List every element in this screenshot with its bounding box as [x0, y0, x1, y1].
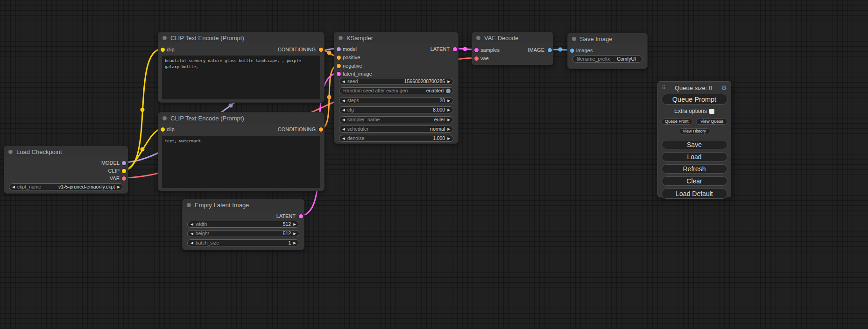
prompt-textarea[interactable]: beautiful scenery nature glass bottle la… — [162, 56, 320, 99]
toggle-knob-icon[interactable] — [446, 89, 451, 93]
increment-arrow-icon[interactable]: ▶ — [447, 137, 450, 140]
collapse-dot-icon[interactable] — [476, 36, 480, 40]
collapse-dot-icon[interactable] — [8, 150, 13, 154]
output-dot-model[interactable] — [122, 161, 126, 165]
input-dot-clip[interactable] — [161, 127, 165, 132]
node-title-bar[interactable]: Save Image — [568, 33, 647, 44]
output-dot-latent[interactable] — [453, 47, 457, 51]
queue-front-button[interactable]: Queue Front — [661, 119, 692, 125]
clear-button[interactable]: Clear — [662, 176, 727, 186]
extra-options-label: Extra options — [674, 108, 707, 114]
node-vae-decode[interactable]: VAE Decode samples IMAGE vae — [472, 32, 553, 65]
output-dot-image[interactable] — [548, 48, 552, 52]
node-title: CLIP Text Encode (Prompt) — [170, 115, 244, 122]
decrement-arrow-icon[interactable]: ◀ — [342, 80, 345, 84]
node-clip-text-encode-positive[interactable]: CLIP Text Encode (Prompt) clip CONDITION… — [158, 32, 325, 103]
increment-arrow-icon[interactable]: ▶ — [293, 232, 296, 236]
widget-value: 1 — [288, 240, 291, 245]
node-load-checkpoint[interactable]: Load Checkpoint MODEL CLIP VAE ◀ ckpt_na… — [4, 146, 128, 194]
widget-label: Random seed after every gen — [343, 88, 408, 93]
output-label-latent: LATENT — [276, 213, 296, 219]
graph-canvas[interactable]: Load Checkpoint MODEL CLIP VAE ◀ ckpt_na… — [0, 0, 868, 329]
decrement-arrow-icon[interactable]: ◀ — [191, 232, 193, 236]
collapse-dot-icon[interactable] — [187, 203, 191, 207]
widget-filename-prefix[interactable]: filename_prefix ComfyUI — [572, 56, 642, 63]
collapse-dot-icon[interactable] — [339, 36, 343, 40]
increment-arrow-icon[interactable]: ▶ — [447, 118, 450, 122]
decrement-arrow-icon[interactable]: ◀ — [12, 185, 15, 189]
node-clip-text-encode-negative[interactable]: CLIP Text Encode (Prompt) clip CONDITION… — [158, 112, 325, 191]
widget-label: denoise — [347, 136, 365, 141]
input-dot-positive[interactable] — [337, 56, 341, 60]
collapse-dot-icon[interactable] — [162, 116, 167, 120]
node-save-image[interactable]: Save Image images filename_prefix ComfyU… — [567, 33, 648, 69]
node-title-bar[interactable]: Load Checkpoint — [4, 146, 128, 157]
node-title-bar[interactable]: CLIP Text Encode (Prompt) — [158, 112, 324, 124]
decrement-arrow-icon[interactable]: ◀ — [342, 118, 345, 122]
input-dot-vae[interactable] — [474, 56, 479, 61]
load-default-button[interactable]: Load Default — [662, 189, 727, 199]
queue-prompt-button[interactable]: Queue Prompt — [662, 94, 727, 105]
increment-arrow-icon[interactable]: ▶ — [447, 80, 450, 84]
widget-width[interactable]: ◀ width 512 ▶ — [187, 221, 299, 228]
output-dot-conditioning[interactable] — [319, 127, 323, 132]
decrement-arrow-icon[interactable]: ◀ — [191, 241, 193, 245]
input-dot-negative[interactable] — [337, 64, 341, 68]
settings-gear-icon[interactable]: ⚙ — [721, 84, 727, 91]
widget-label: cfg — [347, 107, 354, 112]
input-dot-images[interactable] — [570, 49, 574, 53]
increment-arrow-icon[interactable]: ▶ — [447, 127, 450, 131]
collapse-dot-icon[interactable] — [162, 36, 167, 40]
input-dot-model[interactable] — [337, 47, 341, 51]
node-title-bar[interactable]: CLIP Text Encode (Prompt) — [158, 32, 324, 43]
input-label-clip: clip — [167, 46, 175, 53]
node-title-bar[interactable]: Empty Latent Image — [183, 199, 304, 210]
widget-scheduler[interactable]: ◀ scheduler normal ▶ — [339, 126, 453, 133]
widget-height[interactable]: ◀ height 512 ▶ — [187, 230, 299, 237]
node-title-bar[interactable]: KSampler — [334, 32, 458, 43]
widget-random-seed-toggle[interactable]: Random seed after every gen enabled — [339, 87, 453, 94]
decrement-arrow-icon[interactable]: ◀ — [342, 127, 345, 131]
link-clip-negative — [123, 129, 162, 170]
load-button[interactable]: Load — [662, 152, 727, 161]
view-queue-button[interactable]: View Queue — [696, 119, 727, 125]
widget-steps[interactable]: ◀ steps 20 ▶ — [339, 97, 453, 104]
widget-seed[interactable]: ◀ seed 156680208700286 ▶ — [339, 78, 453, 85]
widget-ckpt-name[interactable]: ◀ ckpt_name v1-5-pruned-emaonly.ckpt ▶ — [9, 183, 123, 190]
node-ksampler[interactable]: KSampler model positive negative latent_… — [334, 32, 459, 144]
increment-arrow-icon[interactable]: ▶ — [447, 99, 450, 103]
decrement-arrow-icon[interactable]: ◀ — [342, 99, 345, 103]
widget-value: 1.000 — [433, 136, 445, 141]
refresh-button[interactable]: Refresh — [662, 164, 727, 174]
input-label-vae: vae — [480, 55, 489, 62]
node-empty-latent-image[interactable]: Empty Latent Image LATENT ◀ width 512 ▶ … — [182, 199, 304, 250]
decrement-arrow-icon[interactable]: ◀ — [191, 223, 193, 226]
increment-arrow-icon[interactable]: ▶ — [447, 108, 450, 112]
extra-options-checkbox[interactable] — [709, 109, 714, 114]
decrement-arrow-icon[interactable]: ◀ — [342, 137, 345, 140]
view-history-button[interactable]: View History — [679, 128, 710, 134]
node-title: Empty Latent Image — [195, 202, 249, 209]
widget-cfg[interactable]: ◀ cfg 8.000 ▶ — [339, 106, 453, 113]
output-dot-conditioning[interactable] — [319, 48, 323, 52]
output-dot-clip[interactable] — [122, 169, 126, 173]
increment-arrow-icon[interactable]: ▶ — [293, 241, 296, 245]
input-dot-samples[interactable] — [474, 48, 479, 52]
link-midpoint-dot — [463, 47, 467, 51]
input-dot-clip[interactable] — [161, 48, 165, 52]
widget-value: enabled — [426, 88, 444, 93]
increment-arrow-icon[interactable]: ▶ — [117, 185, 120, 189]
input-dot-latent-image[interactable] — [337, 72, 341, 76]
node-title-bar[interactable]: VAE Decode — [472, 32, 553, 43]
increment-arrow-icon[interactable]: ▶ — [293, 223, 296, 226]
widget-denoise[interactable]: ◀ denoise 1.000 ▶ — [339, 135, 453, 142]
save-button[interactable]: Save — [662, 140, 727, 149]
widget-sampler-name[interactable]: ◀ sampler_name euler ▶ — [339, 116, 453, 123]
decrement-arrow-icon[interactable]: ◀ — [342, 108, 345, 112]
collapse-dot-icon[interactable] — [572, 37, 576, 41]
widget-batch-size[interactable]: ◀ batch_size 1 ▶ — [187, 239, 299, 246]
drag-handle-icon[interactable]: ⠿ — [662, 84, 666, 91]
output-dot-vae[interactable] — [122, 176, 126, 181]
output-dot-latent[interactable] — [299, 214, 303, 218]
prompt-textarea[interactable]: text, watermark — [162, 136, 320, 188]
